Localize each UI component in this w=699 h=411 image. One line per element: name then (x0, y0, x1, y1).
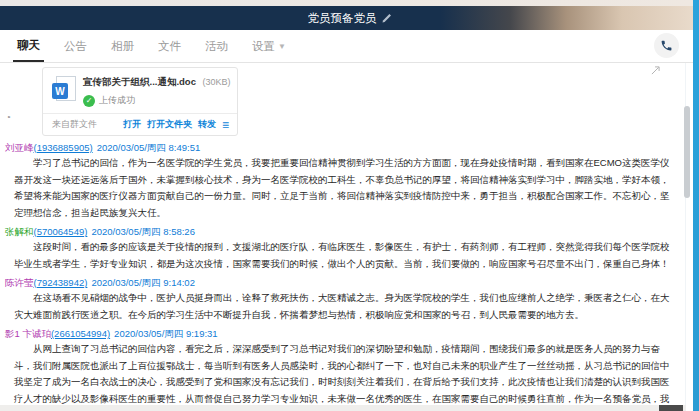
message-time: 2020/03/05/周四 9:14:02 (91, 277, 195, 288)
upload-status: 上传成功 (99, 94, 135, 107)
message: 张解和(570064549)2020/03/05/周四 8:58:26 这段时间… (5, 226, 686, 272)
tab-album[interactable]: 相册 (107, 30, 138, 62)
sender-name: 影1 卞诚珀 (5, 328, 51, 339)
tab-files[interactable]: 文件 (154, 30, 185, 62)
message-text: 从网上查询了习总书记的回信内容，看完之后，深深感受到了习总书记对我们的深切盼望和… (14, 341, 670, 411)
tab-activities[interactable]: 活动 (201, 30, 232, 62)
success-check-icon: ✓ (83, 95, 95, 107)
message: 影1 卞诚珀(2661054994)2020/03/05/周四 9:19:31 … (5, 328, 686, 411)
phone-icon (660, 39, 673, 52)
chat-message-area: 。 W 宣传部关于组织...通知.doc (30KB) ✓ 上传成功 (0, 63, 686, 411)
tab-chat[interactable]: 聊天 (13, 30, 44, 62)
message-time: 2020/03/05/周四 9:19:31 (114, 328, 218, 339)
voice-call-button[interactable] (654, 33, 679, 58)
sender-name: 陈许莹 (5, 277, 34, 288)
file-card-top: W 宣传部关于组织...通知.doc (30KB) ✓ 上传成功 (43, 68, 237, 113)
sender-uin-link[interactable]: (2661054994) (51, 328, 110, 339)
message-text: 这段时间，看的最多的应该是关于疫情的报到，支援湖北的医疗队，有临床医生，影像医生… (14, 239, 670, 272)
message: 刘亚峰(1936885905)2020/03/05/周四 8:49:51 学习了… (5, 142, 686, 221)
message-list: 刘亚峰(1936885905)2020/03/05/周四 8:49:51 学习了… (5, 142, 686, 411)
message: 陈许莹(792438942)2020/03/05/周四 9:14:02 在这场看… (5, 277, 686, 323)
open-file-button[interactable]: 打开 (123, 118, 141, 131)
sender-name: 张解和 (5, 226, 34, 237)
message-time: 2020/03/05/周四 8:58:26 (91, 226, 195, 237)
chevron-down-icon: ▼ (278, 42, 286, 51)
bottom-edge-band (0, 405, 686, 411)
file-size: (30KB) (203, 77, 231, 87)
sender-uin-link[interactable]: (792438942) (34, 277, 88, 288)
truncated-text-fragment: 。 (7, 108, 17, 121)
pop-out-icon[interactable] (651, 66, 660, 75)
sender-uin-link[interactable]: (570064549) (34, 226, 88, 237)
file-name[interactable]: 宣传部关于组织...通知.doc (83, 76, 196, 87)
window-edge-strip (693, 0, 699, 411)
file-upload-card: W 宣传部关于组织...通知.doc (30KB) ✓ 上传成功 来自群文件 打 (42, 67, 238, 136)
open-folder-button[interactable]: 打开文件夹 (147, 118, 192, 131)
forward-button[interactable]: 转发 (198, 118, 216, 131)
sender-name: 刘亚峰 (5, 142, 34, 153)
sender-uin-link[interactable]: (1936885905) (34, 142, 93, 153)
title-bar: 党员预备党员 (0, 6, 699, 30)
tab-bar: 聊天 公告 相册 文件 活动 设置 ▼ (0, 30, 699, 63)
edit-title-icon[interactable] (382, 13, 392, 23)
file-card-footer: 来自群文件 打开 打开文件夹 转发 ≡ (43, 113, 237, 135)
word-doc-icon: W (52, 76, 75, 103)
more-actions-icon[interactable]: ≡ (222, 121, 229, 129)
message-time: 2020/03/05/周四 8:49:51 (97, 142, 201, 153)
file-source-label: 来自群文件 (52, 118, 97, 131)
message-text: 学习了总书记的回信，作为一名医学院的学生党员，我要把重要回信精神贯彻到学习生活的… (14, 155, 670, 221)
bottom-corner-fragment (659, 405, 683, 411)
chat-window: 党员预备党员 聊天 公告 相册 文件 活动 设置 ▼ 。 (0, 0, 699, 411)
message-text: 在这场看不见硝烟的战争中，医护人员挺身而出，诠释了救死扶伤，大医精诚之志。身为医… (14, 290, 670, 323)
scrollbar-thumb[interactable] (684, 106, 690, 198)
tab-settings[interactable]: 设置 ▼ (248, 30, 290, 62)
group-title: 党员预备党员 (308, 11, 377, 26)
tab-announcement[interactable]: 公告 (60, 30, 91, 62)
